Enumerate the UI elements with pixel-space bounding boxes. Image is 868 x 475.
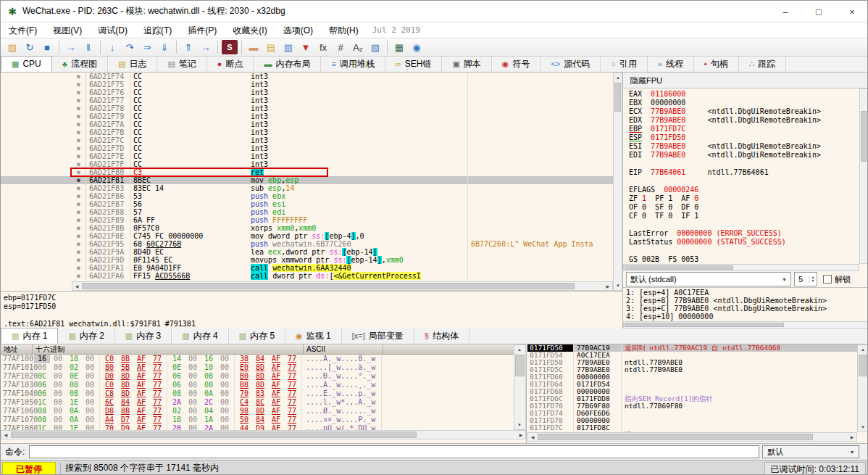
hex-byte[interactable]: 0A (66, 416, 82, 424)
hex-byte[interactable]: 77 (149, 389, 165, 398)
hex-byte[interactable]: 08 (201, 372, 217, 381)
hex-byte[interactable]: 8C (252, 398, 268, 407)
hex-byte[interactable]: 00 (217, 389, 233, 398)
menu-item[interactable]: 视图(V) (45, 25, 90, 36)
tab-线程[interactable]: »线程 (648, 56, 694, 72)
memory-row[interactable]: 77AF10200C000E00D08DAF7706000800B08DAF77… (1, 372, 514, 381)
hex-byte[interactable]: 16 (201, 355, 217, 363)
breakpoint-dot-icon[interactable]: ● (72, 208, 86, 216)
register-row[interactable]: EFLAGS 00000246 (629, 186, 859, 194)
breakpoint-dot-icon[interactable]: ● (72, 88, 86, 96)
hex-byte[interactable]: 00 (185, 355, 201, 363)
disasm-row[interactable]: ●6AD21F8EC745 FC 00000000mov dword ptr s… (1, 232, 613, 240)
function-icon[interactable]: fx (315, 40, 331, 54)
hex-byte[interactable]: 00 (82, 355, 98, 363)
hex-byte[interactable]: 00 (50, 389, 66, 398)
hex-byte[interactable]: 0E (66, 372, 82, 381)
disasm-row[interactable]: ●6AD21F8653push ebx (1, 192, 613, 200)
hex-byte[interactable]: 8D (252, 381, 268, 389)
pause-icon[interactable]: ‖ (80, 40, 96, 54)
breakpoint-dot-icon[interactable]: ● (72, 112, 86, 120)
close-button[interactable]: × (835, 1, 868, 22)
disasm-row[interactable]: ●6AD21F7CCCint3 (1, 136, 613, 144)
register-row[interactable]: EBP 0171FD7C (629, 125, 859, 133)
hex-byte[interactable]: 00 (50, 398, 66, 407)
step-over-icon[interactable]: ↷ (122, 40, 138, 54)
argument-count-stepper[interactable]: 5 ▲▼ (794, 272, 817, 286)
hide-fpu-button[interactable]: 隐藏FPU (623, 73, 868, 88)
hex-byte[interactable]: AF (133, 398, 149, 407)
stack-argument[interactable]: 2: [esp+8] 77B9ABE0 <ntdll.DbgUiRemoteBr… (626, 297, 868, 305)
hex-byte[interactable]: C0 (101, 381, 117, 389)
tab-流程图[interactable]: ♣流程图 (52, 56, 108, 72)
hex-byte[interactable]: B0 (236, 372, 252, 381)
hex-byte[interactable]: 00 (82, 389, 98, 398)
hex-byte[interactable]: A4 (101, 416, 117, 424)
hex-byte[interactable]: 04 (201, 407, 217, 416)
maximize-button[interactable]: □ (802, 1, 835, 22)
hex-byte[interactable]: AF (268, 381, 284, 389)
hex-byte[interactable]: 00 (50, 381, 66, 389)
disasm-row[interactable]: ●6AD21F7ECCint3 (1, 152, 613, 160)
register-row[interactable] (629, 177, 859, 186)
register-row[interactable]: GS 002B FS 0053 (629, 255, 859, 264)
hex-byte[interactable]: C0 (101, 355, 117, 363)
hex-byte[interactable]: AF (133, 363, 149, 372)
breakpoint-dot-icon[interactable]: ● (72, 128, 86, 136)
hex-byte[interactable]: 02 (66, 363, 82, 372)
hex-byte[interactable]: AF (268, 363, 284, 372)
hex-byte[interactable]: 1E (66, 398, 82, 407)
hex-byte[interactable]: 8D (117, 372, 133, 381)
hex-byte[interactable]: 00 (34, 363, 50, 372)
breakpoint-dot-icon[interactable]: ● (72, 168, 86, 176)
tab-脚本[interactable]: ▣脚本 (442, 56, 491, 72)
disasm-row[interactable]: ●6AD21F8B0F57C0xorps xmm0,xmm0 (1, 224, 613, 232)
command-mode-select[interactable]: 默认 ▼ (762, 445, 859, 458)
hex-byte[interactable]: 14 (169, 355, 185, 363)
hex-byte[interactable]: 08 (201, 381, 217, 389)
breakpoint-dot-icon[interactable]: ● (72, 152, 86, 160)
disasm-row[interactable]: ●6AD21FA1E8 9A04D1FFcall wechatwin.6AA32… (1, 264, 613, 272)
tab-日志[interactable]: ▤日志 (108, 56, 157, 72)
hex-byte[interactable]: 00 (185, 389, 201, 398)
hex-byte[interactable]: 77 (284, 372, 300, 381)
hex-byte[interactable]: 00 (50, 355, 66, 363)
hex-byte[interactable]: AF (133, 389, 149, 398)
hex-byte[interactable]: 00 (217, 407, 233, 416)
hex-byte[interactable]: AF (133, 381, 149, 389)
breakpoint-dot-icon[interactable]: ● (72, 240, 86, 248)
calculator-icon[interactable]: ▦ (391, 40, 407, 54)
tab-符号[interactable]: ◉符号 (492, 56, 541, 72)
register-row[interactable]: EDI 77B9ABE0 <ntdll.DbgUiRemoteBreakin> (629, 151, 859, 160)
unlock-checkbox[interactable] (823, 275, 832, 284)
tab-笔记[interactable]: ▤笔记 (157, 56, 206, 72)
tab-监视 1[interactable]: ◉监视 1 (285, 328, 342, 344)
hex-byte[interactable]: 00 (50, 424, 66, 430)
tab-内存 3[interactable]: ▥内存 3 (115, 328, 172, 344)
memory-row[interactable]: 77AF10501C001E006C84AF772A002C00C48CAF77… (1, 398, 514, 407)
hex-byte[interactable]: 0C (34, 372, 50, 381)
hex-byte[interactable]: 00 (217, 355, 233, 363)
register-row[interactable] (629, 160, 859, 168)
hex-byte[interactable]: 06 (34, 381, 50, 389)
menu-item[interactable]: 文件(F) (1, 25, 45, 36)
open-file-icon[interactable]: ▨ (4, 40, 20, 54)
menu-item[interactable]: 追踪(T) (135, 25, 180, 36)
disasm-row[interactable]: ●6AD21F80C3ret (1, 168, 613, 176)
bookmark-icon[interactable]: ▼ (298, 40, 314, 54)
menu-item[interactable]: 插件(P) (180, 25, 225, 36)
ascii-column-header[interactable]: ASCII (304, 344, 383, 354)
stack-argument[interactable]: 4: [esp+10] 00000000 (626, 313, 868, 321)
hex-byte[interactable]: 00 (185, 398, 201, 407)
disasm-row[interactable]: ●6AD21F79CCint3 (1, 112, 613, 120)
hex-byte[interactable]: 18 (169, 416, 185, 424)
stack-argument[interactable]: 3: [esp+C] 77B9ABE0 <ntdll.DbgUiRemoteBr… (626, 305, 868, 313)
breakpoint-dot-icon[interactable]: ● (72, 192, 86, 200)
hex-byte[interactable]: 77 (284, 424, 300, 430)
hex-byte[interactable]: 80 (101, 363, 117, 372)
hex-byte[interactable]: 10 (201, 363, 217, 372)
tab-句柄[interactable]: ▪句柄 (694, 56, 739, 72)
hex-byte[interactable]: 77 (149, 355, 165, 363)
disasm-row[interactable]: ●6AD21F74CCint3 (1, 73, 613, 80)
hex-byte[interactable]: D8 (101, 407, 117, 416)
